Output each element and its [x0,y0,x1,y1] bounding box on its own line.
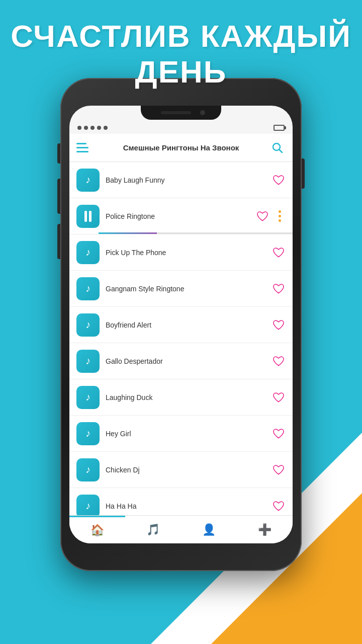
song-name-1: Baby Laugh Funny [106,176,267,184]
like-button-8[interactable] [272,427,286,441]
notch-speaker [161,111,191,114]
hamburger-line-1 [76,143,86,144]
signal-dot-1 [77,126,81,130]
phone-outer: Смешные Рингтоны На Звонок ♪ [60,78,302,571]
song-item-9[interactable]: ♪ Chicken Dj [69,452,293,488]
song-item-10[interactable]: ♪ Ha Ha Ha [69,488,293,515]
song-icon-7: ♪ [76,386,100,409]
search-button[interactable] [269,140,286,156]
notch-camera [200,110,205,115]
more-dot-2 [279,215,281,217]
song-name-7: Laughing Duck [106,393,267,401]
song-item-8[interactable]: ♪ Hey Girl [69,416,293,452]
music-note-icon-9: ♪ [85,464,90,475]
bottom-nav: 🏠 🎵 👤 ➕ [69,515,293,543]
battery-icon [274,125,285,131]
music-icon: 🎵 [146,523,160,536]
svg-line-1 [280,149,283,152]
more-dot-1 [279,210,281,213]
phone-screen: Смешные Рингтоны На Звонок ♪ [69,106,293,543]
notch [141,106,221,120]
page-title-container: СЧАСТЛИВ КАЖДЫЙ ДЕНЬ [0,18,362,90]
app-header-title: Смешные Рингтоны На Звонок [93,143,269,152]
song-item-4[interactable]: ♪ Gangnam Style Ringtone [69,271,293,307]
volume-up-button [57,179,60,214]
song-item-3[interactable]: ♪ Pick Up The Phone [69,234,293,271]
song-icon-3: ♪ [76,241,100,264]
like-button-6[interactable] [272,354,286,368]
song-name-4: Gangnam Style Ringtone [106,285,267,293]
song-icon-1: ♪ [76,169,100,192]
music-note-icon-4: ♪ [85,283,90,294]
phone-mockup: Смешные Рингтоны На Звонок ♪ [60,78,302,591]
progress-fill-2 [99,232,157,234]
nav-profile[interactable]: 👤 [181,516,237,543]
song-item-6[interactable]: ♪ Gallo Despertador [69,343,293,379]
hamburger-line-2 [76,147,88,148]
song-item-5[interactable]: ♪ Boyfriend Alert [69,307,293,343]
music-note-icon-6: ♪ [85,355,90,367]
hamburger-line-3 [76,151,88,152]
signal-dot-5 [104,126,108,130]
hamburger-menu-button[interactable] [76,140,93,156]
mute-button [57,143,60,164]
nav-music[interactable]: 🎵 [125,516,181,543]
song-name-9: Chicken Dj [106,466,267,474]
song-icon-5: ♪ [76,313,100,337]
nav-add[interactable]: ➕ [237,516,293,543]
pause-bar-2 [89,211,92,222]
music-note-icon-1: ♪ [85,174,90,186]
song-icon-6: ♪ [76,350,100,373]
song-item-7[interactable]: ♪ Laughing Duck [69,379,293,416]
pause-bar-1 [84,211,87,222]
song-icon-4: ♪ [76,277,100,300]
like-button-7[interactable] [272,390,286,405]
like-button-9[interactable] [272,463,286,477]
like-button-2[interactable] [255,209,269,223]
song-name-10: Ha Ha Ha [106,502,267,510]
song-name-8: Hey Girl [106,430,267,438]
app-header: Смешные Рингтоны На Звонок [69,134,293,162]
profile-icon: 👤 [202,523,216,536]
song-name-6: Gallo Despertador [106,357,267,365]
music-note-icon-5: ♪ [85,319,90,331]
signal-dot-2 [84,126,88,130]
app-content: Смешные Рингтоны На Звонок ♪ [69,134,293,543]
signal-dots [77,126,108,130]
song-name-3: Pick Up The Phone [106,249,267,257]
song-icon-9: ♪ [76,458,100,481]
volume-down-button [57,224,60,259]
song-item-2[interactable]: Police Ringtone [69,198,293,234]
more-options-button-2[interactable] [274,210,286,222]
power-button [302,158,305,189]
music-note-icon-10: ♪ [85,500,90,512]
music-note-icon-3: ♪ [85,247,90,258]
music-note-icon-7: ♪ [85,391,90,403]
signal-dot-3 [90,126,95,130]
pause-icon [84,211,92,222]
like-button-4[interactable] [272,282,286,296]
song-item-1[interactable]: ♪ Baby Laugh Funny [69,162,293,198]
home-icon: 🏠 [90,524,104,537]
nav-home[interactable]: 🏠 [69,516,125,543]
song-name-2: Police Ringtone [106,212,251,220]
page-title: СЧАСТЛИВ КАЖДЫЙ ДЕНЬ [0,18,362,90]
status-bar [69,122,293,134]
song-name-5: Boyfriend Alert [106,321,267,329]
more-dot-3 [279,219,281,222]
song-icon-2 [76,205,100,228]
like-button-3[interactable] [272,246,286,260]
like-button-1[interactable] [272,173,286,187]
song-icon-10: ♪ [76,495,100,516]
song-list: ♪ Baby Laugh Funny [69,162,293,515]
progress-bar-2 [99,232,293,234]
add-icon: ➕ [258,523,272,536]
like-button-5[interactable] [272,318,286,332]
like-button-10[interactable] [272,499,286,513]
signal-dot-4 [97,126,101,130]
music-note-icon-8: ♪ [85,428,90,439]
song-icon-8: ♪ [76,422,100,445]
